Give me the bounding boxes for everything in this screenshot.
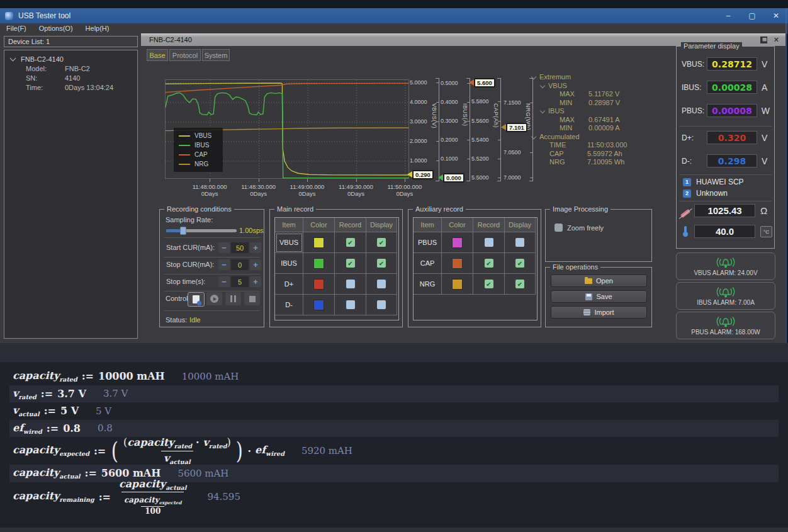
formula-row-wired[interactable]: efwired:=0.80.8 [9,420,779,438]
close-tab-icon[interactable]: ✕ [774,36,779,44]
color-cell[interactable] [442,232,473,253]
item-cell-CAP[interactable]: CAP [414,253,442,274]
increment-button[interactable]: + [250,242,261,253]
extremum-root[interactable]: Extremum [532,73,670,81]
spinner-value[interactable]: 50 [231,242,249,253]
close-button[interactable]: ✕ [764,8,788,23]
color-swatch[interactable] [452,237,463,248]
record-cell[interactable]: ✔ [473,274,505,295]
record-checkbox[interactable] [485,238,493,247]
sampling-rate-slider[interactable] [166,229,237,232]
color-cell[interactable] [442,253,473,274]
increment-button[interactable]: + [250,276,261,287]
display-checkbox[interactable] [377,280,386,288]
chevron-down-icon[interactable] [540,82,545,88]
display-checkbox[interactable] [515,238,524,247]
record-checkbox[interactable] [346,280,355,288]
protocol-row-1[interactable]: 1 HUAWEI SCP [683,178,744,186]
record-cell[interactable] [473,232,505,253]
pause-button[interactable] [225,292,241,305]
pbus-alarm-button[interactable]: PBUS ALARM: 168.00W [676,312,775,339]
extremum-vbus[interactable]: VBUS [532,82,670,90]
item-cell-PBUS[interactable]: PBUS [414,232,442,253]
slider-handle[interactable] [180,227,186,235]
color-cell[interactable] [303,253,335,274]
color-swatch[interactable] [313,300,324,310]
formula-document[interactable]: capacityrated:=10000 mAH10000 mAHvrated:… [0,362,788,528]
protocol-row-2[interactable]: 2 Unknown [683,189,728,198]
maximize-button[interactable]: ▢ [740,8,764,23]
formula-row-remaining[interactable]: capacityremaining:=capacityactualcapacit… [9,482,779,512]
display-checkbox[interactable]: ✔ [377,238,386,247]
open-button[interactable]: Open [551,274,647,287]
formula-row-actual[interactable]: vactual:=5 V5 V [9,402,779,420]
chevron-down-icon[interactable] [531,74,536,79]
record-cell[interactable] [335,274,366,295]
extremum-ibus[interactable]: IBUS [532,107,670,115]
tab-protocol[interactable]: Protocol [169,49,201,61]
display-checkbox[interactable]: ✔ [515,280,524,288]
display-checkbox[interactable]: ✔ [515,259,524,268]
display-cell[interactable]: ✔ [366,232,397,253]
record-cell[interactable]: ✔ [473,253,505,274]
decrement-button[interactable]: − [218,259,230,270]
record-checkbox[interactable]: ✔ [485,259,493,268]
record-cell[interactable]: ✔ [335,253,366,274]
color-swatch[interactable] [313,237,324,248]
display-cell[interactable] [366,295,397,315]
formula-row-rated[interactable]: capacityrated:=10000 mAH10000 mAH [9,368,779,385]
chevron-down-icon[interactable] [10,55,16,62]
color-swatch[interactable] [313,258,324,269]
display-checkbox[interactable] [377,300,386,309]
zoom-freely-checkbox[interactable] [554,224,563,232]
color-cell[interactable] [442,274,473,295]
display-cell[interactable]: ✔ [505,274,536,295]
record-checkbox[interactable] [346,300,355,309]
spinner-value[interactable]: 5 [231,276,249,287]
decrement-button[interactable]: − [218,276,230,287]
display-cell[interactable] [505,232,536,253]
display-cell[interactable] [366,274,397,295]
display-cell[interactable]: ✔ [505,253,536,274]
tab-system[interactable]: System [202,49,230,61]
item-cell-VBUS[interactable]: VBUS [275,232,303,253]
color-cell[interactable] [303,274,335,295]
item-cell-D+[interactable]: D+ [275,274,303,295]
increment-button[interactable]: + [250,259,261,270]
tab-base[interactable]: Base [147,49,168,61]
color-cell[interactable] [303,295,335,315]
display-cell[interactable]: ✔ [366,253,397,274]
item-cell-NRG[interactable]: NRG [414,274,442,295]
temperature-unit-button[interactable]: °C [760,226,772,237]
record-cell[interactable] [335,295,366,315]
tab-fnb-c2-4140[interactable]: FNB-C2-4140 [149,36,192,43]
color-swatch[interactable] [452,279,463,290]
ibus-alarm-button[interactable]: IBUS ALARM: 7.00A [676,282,775,310]
record-checkbox[interactable]: ✔ [346,259,355,268]
minimize-button[interactable]: – [716,8,740,23]
play-button[interactable] [206,292,222,305]
record-checkbox[interactable]: ✔ [485,280,493,288]
color-swatch[interactable] [313,279,324,290]
item-cell-D-[interactable]: D- [275,295,303,315]
item-cell-IBUS[interactable]: IBUS [275,253,303,274]
stop-button[interactable] [244,292,260,305]
color-cell[interactable] [303,232,335,253]
decrement-button[interactable]: − [218,242,230,253]
record-cell[interactable]: ✔ [335,232,366,253]
vbus-alarm-button[interactable]: VBUS ALARM: 24.00V [676,252,775,280]
import-button[interactable]: Import [551,306,647,319]
formula-row-expected[interactable]: capacityexpected:=((capacityrated·vrated… [9,437,779,465]
display-checkbox[interactable]: ✔ [377,259,386,268]
formula-row-rated[interactable]: vrated:=3.7 V3.7 V [9,385,779,403]
chevron-down-icon[interactable] [540,108,545,113]
tree-item-device[interactable]: FNB-C2-4140 [4,50,137,63]
chevron-down-icon[interactable] [531,133,536,139]
save-button[interactable]: Save [551,290,647,303]
new-record-button[interactable] [188,292,205,307]
spinner-value[interactable]: 0 [231,259,249,270]
menu-help[interactable]: Help(H) [79,25,116,32]
titlebar[interactable]: USB Tester tool – ▢ ✕ [0,8,788,23]
color-swatch[interactable] [452,258,463,269]
menu-file[interactable]: File(F) [0,25,33,32]
